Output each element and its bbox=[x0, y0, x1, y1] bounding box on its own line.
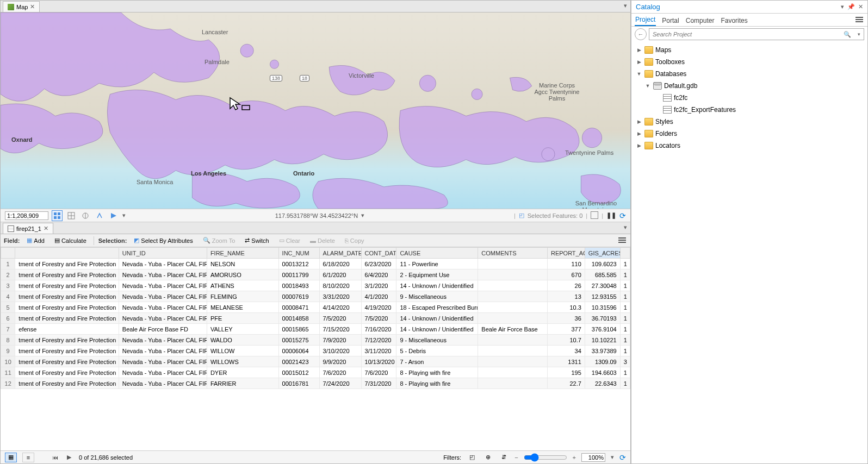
switch-button[interactable]: ⇄Switch bbox=[242, 236, 271, 245]
zoom-input[interactable] bbox=[581, 453, 605, 462]
tree-item-folders[interactable]: ▶Folders bbox=[633, 128, 866, 140]
table-cell[interactable]: 1 bbox=[620, 378, 630, 389]
table-cell[interactable]: 11 - Powerline bbox=[396, 259, 478, 269]
tab-map[interactable]: Map ✕ bbox=[3, 1, 40, 12]
table-cell[interactable]: 00008471 bbox=[278, 302, 319, 313]
tree-item-databases[interactable]: ▼Databases bbox=[633, 68, 866, 80]
view-all-button[interactable]: ▦ bbox=[5, 453, 17, 462]
table-cell[interactable]: 3/1/2020 bbox=[361, 280, 396, 291]
table-cell[interactable]: 1 bbox=[620, 335, 630, 346]
snap-tool-icon[interactable] bbox=[66, 210, 77, 221]
coords-dropdown-icon[interactable]: ▾ bbox=[361, 212, 364, 219]
table-cell[interactable]: 7/5/2020 bbox=[319, 313, 361, 324]
table-cell[interactable]: 1 bbox=[620, 324, 630, 335]
table-cell[interactable]: 1 bbox=[620, 367, 630, 378]
table-cell[interactable]: 9 - Miscellaneous bbox=[396, 291, 478, 302]
inference-tool-icon[interactable] bbox=[108, 210, 119, 221]
table-cell[interactable]: WILLOWS bbox=[207, 356, 278, 367]
close-icon[interactable]: ✕ bbox=[44, 225, 48, 232]
table-cell[interactable]: 8 - Playing with fire bbox=[396, 367, 478, 378]
table-cell[interactable]: 7/12/2020 bbox=[361, 335, 396, 346]
tab-firep21[interactable]: firep21_1 ✕ bbox=[3, 223, 53, 234]
close-icon[interactable]: ✕ bbox=[30, 3, 35, 10]
table-cell[interactable]: 7/15/2020 bbox=[319, 324, 361, 335]
table-row[interactable]: 4tment of Forestry and Fire ProtectionNe… bbox=[1, 291, 630, 302]
back-button[interactable]: ← bbox=[635, 28, 647, 40]
tree-item-maps[interactable]: ▶Maps bbox=[633, 44, 866, 56]
table-row[interactable]: 1tment of Forestry and Fire ProtectionNe… bbox=[1, 259, 630, 269]
delete-button[interactable]: ▬Delete bbox=[307, 236, 338, 245]
table-cell[interactable]: 7/6/2020 bbox=[361, 367, 396, 378]
column-header[interactable]: REPORT_AC bbox=[547, 248, 585, 259]
tree-item-fc2fc[interactable]: fc2fc bbox=[633, 92, 866, 104]
table-cell[interactable]: 10.10221 bbox=[585, 335, 620, 346]
table-cell[interactable]: 6/1/2020 bbox=[319, 269, 361, 280]
column-header[interactable]: FIRE_NAME bbox=[207, 248, 278, 259]
table-cell[interactable]: 00015012 bbox=[278, 367, 319, 378]
table-cell[interactable]: 7/6/2020 bbox=[319, 367, 361, 378]
table-cell[interactable]: 2 - Equipment Use bbox=[396, 269, 478, 280]
table-cell[interactable]: ATHENS bbox=[207, 280, 278, 291]
hamburger-icon[interactable] bbox=[618, 236, 626, 244]
table-cell[interactable]: Nevada - Yuba - Placer CAL FIRE bbox=[119, 259, 207, 269]
map-canvas[interactable]: LancasterPalmdaleVictorvilleOxnardLos An… bbox=[1, 12, 630, 209]
table-cell[interactable]: 33.97389 bbox=[585, 346, 620, 356]
table-cell[interactable]: 7/24/2020 bbox=[319, 378, 361, 389]
expand-icon[interactable]: ▼ bbox=[636, 71, 642, 77]
column-header[interactable]: GIS_ACRES bbox=[585, 248, 620, 259]
table-cell[interactable]: 3/11/2020 bbox=[361, 346, 396, 356]
table-cell[interactable]: 00013212 bbox=[278, 259, 319, 269]
table-cell[interactable]: 1311 bbox=[547, 356, 585, 367]
table-cell[interactable]: FLEMING bbox=[207, 291, 278, 302]
table-cell[interactable] bbox=[478, 378, 548, 389]
table-cell[interactable]: 4/1/2020 bbox=[361, 291, 396, 302]
add-field-button[interactable]: ▦Add bbox=[24, 236, 47, 245]
table-row[interactable]: 10tment of Forestry and Fire ProtectionN… bbox=[1, 356, 630, 367]
table-cell[interactable]: 10/13/2020 bbox=[361, 356, 396, 367]
table-cell[interactable]: AMORUSO bbox=[207, 269, 278, 280]
table-cell[interactable]: 10.31596 bbox=[585, 302, 620, 313]
table-cell[interactable]: Nevada - Yuba - Placer CAL FIRE bbox=[119, 378, 207, 389]
table-cell[interactable]: tment of Forestry and Fire Protection bbox=[15, 280, 119, 291]
table-cell[interactable]: 00011799 bbox=[278, 269, 319, 280]
calculate-button[interactable]: ▤Calculate bbox=[52, 236, 89, 245]
table-cell[interactable]: 376.9104 bbox=[585, 324, 620, 335]
table-cell[interactable]: Beale Air Force Base bbox=[478, 324, 548, 335]
tree-item-toolboxes[interactable]: ▶Toolboxes bbox=[633, 56, 866, 68]
table-row[interactable]: 5tment of Forestry and Fire ProtectionNe… bbox=[1, 302, 630, 313]
table-cell[interactable]: 00016781 bbox=[278, 378, 319, 389]
tab-project[interactable]: Project bbox=[635, 14, 656, 26]
tab-computer[interactable]: Computer bbox=[685, 15, 715, 26]
table-cell[interactable] bbox=[478, 356, 548, 367]
table-cell[interactable]: efense bbox=[15, 324, 119, 335]
view-selected-button[interactable]: ≡ bbox=[22, 453, 34, 462]
table-cell[interactable]: PFE bbox=[207, 313, 278, 324]
zoom-to-button[interactable]: 🔍Zoom To bbox=[200, 236, 238, 245]
table-cell[interactable]: 3 bbox=[620, 356, 630, 367]
table-cell[interactable]: 14 - Unknown / Unidentified bbox=[396, 280, 478, 291]
expand-icon[interactable]: ▶ bbox=[636, 119, 642, 124]
pause-icon[interactable]: ❚❚ bbox=[606, 212, 616, 219]
table-cell[interactable]: 8 - Playing with fire bbox=[396, 378, 478, 389]
first-record-button[interactable]: ⏮ bbox=[51, 453, 59, 462]
select-tool-icon[interactable]: ◰ bbox=[519, 212, 524, 219]
column-header[interactable] bbox=[15, 248, 119, 259]
copy-button[interactable]: ⎘Copy bbox=[342, 236, 367, 245]
table-cell[interactable]: Nevada - Yuba - Placer CAL FIRE bbox=[119, 313, 207, 324]
table-cell[interactable]: 194.6603 bbox=[585, 367, 620, 378]
table-cell[interactable]: 14 - Unknown / Unidentified bbox=[396, 313, 478, 324]
table-cell[interactable]: 7/9/2020 bbox=[319, 335, 361, 346]
select-by-attributes-button[interactable]: ◩Select By Attributes bbox=[131, 236, 195, 245]
table-cell[interactable]: 13 bbox=[547, 291, 585, 302]
search-icon[interactable]: 🔍 bbox=[840, 31, 854, 38]
table-cell[interactable] bbox=[478, 259, 548, 269]
table-cell[interactable]: Nevada - Yuba - Placer CAL FIRE bbox=[119, 302, 207, 313]
refresh-icon[interactable]: ⟳ bbox=[619, 453, 626, 462]
table-cell[interactable]: 1 bbox=[620, 291, 630, 302]
table-cell[interactable] bbox=[478, 302, 548, 313]
table-row[interactable]: 12tment of Forestry and Fire ProtectionN… bbox=[1, 378, 630, 389]
next-record-button[interactable]: ▶ bbox=[65, 453, 73, 462]
table-cell[interactable]: 7/16/2020 bbox=[361, 324, 396, 335]
table-cell[interactable]: 27.30048 bbox=[585, 280, 620, 291]
layout-icon[interactable] bbox=[591, 211, 598, 220]
